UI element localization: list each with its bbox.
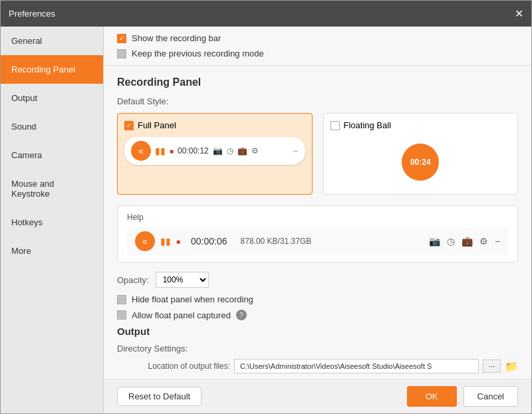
help-bar-icons: 📷 ◷ 💼 ⚙ − — [429, 236, 500, 247]
rewind-button[interactable]: « — [131, 141, 151, 161]
default-style-label: Default Style: — [117, 96, 518, 106]
full-panel-label: Full Panel — [138, 120, 176, 130]
sidebar-item-recording-panel[interactable]: Recording Panel — [1, 55, 103, 84]
opacity-label: Opacity: — [117, 275, 149, 285]
reset-to-default-button[interactable]: Reset to Default — [117, 387, 201, 406]
allow-float-captured-checkbox[interactable] — [117, 310, 126, 320]
title-bar: Preferences ✕ — [1, 1, 531, 27]
clock-icon[interactable]: ◷ — [227, 146, 233, 155]
help-rewind-button[interactable]: « — [135, 231, 155, 251]
opacity-row: Opacity: 100% 90% 80% 70% 60% 50% — [117, 272, 518, 288]
body: General Recording Panel Output Sound Cam… — [1, 27, 531, 413]
floating-ball-header: Floating Ball — [331, 120, 511, 130]
settings-icon[interactable]: ⚙ — [251, 146, 259, 155]
sidebar-item-hotkeys[interactable]: Hotkeys — [1, 208, 103, 237]
hide-float-panel-checkbox[interactable] — [117, 295, 126, 304]
full-panel-box[interactable]: Full Panel « ▮▮ ■ 00:00:12 📷 ◷ 💼 ⚙ — [117, 113, 313, 195]
keep-previous-mode-label: Keep the previous recording mode — [132, 49, 264, 58]
main-content: Show the recording bar Keep the previous… — [104, 27, 531, 413]
preferences-window: Preferences ✕ General Recording Panel Ou… — [0, 0, 532, 414]
output-files-browse-btn[interactable]: ··· — [483, 360, 501, 373]
output-files-folder-icon[interactable]: 📁 — [505, 360, 518, 373]
hide-float-panel-row: Hide float panel when recording — [117, 294, 518, 304]
output-files-row: Location of output files: ··· 📁 — [117, 359, 518, 373]
help-stop-icon[interactable]: ■ — [176, 238, 180, 245]
help-clock-icon[interactable]: ◷ — [447, 236, 455, 247]
help-bar-time: 00:00:06 — [191, 236, 227, 247]
full-panel-checkbox[interactable] — [124, 121, 134, 130]
floating-ball-preview: 00:24 — [331, 137, 511, 187]
sidebar: General Recording Panel Output Sound Cam… — [1, 27, 104, 413]
pause-icon[interactable]: ▮▮ — [155, 146, 166, 156]
recording-panel-title: Recording Panel — [117, 76, 518, 88]
stop-icon[interactable]: ■ — [170, 148, 174, 155]
floating-ball-box[interactable]: Floating Ball 00:24 — [323, 113, 519, 195]
sidebar-item-sound[interactable]: Sound — [1, 112, 103, 141]
footer-right: OK Cancel — [407, 386, 518, 407]
allow-float-captured-row: Allow float panel captured ? — [117, 310, 518, 320]
show-recording-bar-row: Show the recording bar — [117, 33, 518, 43]
keep-previous-mode-checkbox[interactable] — [117, 49, 126, 58]
hide-float-panel-label: Hide float panel when recording — [132, 294, 253, 304]
help-camera-icon[interactable]: 📷 — [429, 236, 440, 247]
camera-icon[interactable]: 📷 — [213, 146, 223, 155]
sidebar-item-camera[interactable]: Camera — [1, 141, 103, 169]
help-bar-container: Help « ▮▮ ■ 00:00:06 878.00 KB/31.37GB 📷… — [117, 205, 518, 262]
top-options: Show the recording bar Keep the previous… — [104, 27, 531, 66]
floating-ball-time: 00:24 — [402, 144, 439, 181]
help-settings-icon[interactable]: ⚙ — [479, 236, 488, 247]
sidebar-item-mouse-keystroke[interactable]: Mouse and Keystroke — [1, 169, 103, 208]
opacity-select[interactable]: 100% 90% 80% 70% 60% 50% — [156, 272, 209, 288]
close-button[interactable]: ✕ — [515, 7, 523, 20]
ok-button[interactable]: OK — [407, 386, 457, 407]
recording-panel-section: Recording Panel Default Style: Full Pane… — [117, 76, 518, 320]
recording-time: 00:00:12 — [178, 146, 209, 155]
footer: Reset to Default OK Cancel — [104, 379, 531, 413]
help-label: Help — [127, 213, 508, 222]
full-panel-preview: « ▮▮ ■ 00:00:12 📷 ◷ 💼 ⚙ − — [124, 137, 305, 165]
minimize-icon[interactable]: − — [293, 146, 298, 156]
keep-previous-mode-row: Keep the previous recording mode — [117, 49, 518, 58]
full-panel-header: Full Panel — [124, 120, 305, 130]
help-bar: « ▮▮ ■ 00:00:06 878.00 KB/31.37GB 📷 ◷ 💼 … — [127, 227, 508, 255]
help-bar-size: 878.00 KB/31.37GB — [241, 237, 312, 246]
dir-settings-label: Directory Settings: — [117, 344, 518, 354]
sidebar-item-more[interactable]: More — [1, 237, 103, 265]
output-section: Output Directory Settings: Location of o… — [117, 326, 518, 379]
content-area: Recording Panel Default Style: Full Pane… — [104, 66, 531, 379]
panel-styles: Full Panel « ▮▮ ■ 00:00:12 📷 ◷ 💼 ⚙ — [117, 113, 518, 195]
window-title: Preferences — [9, 9, 55, 19]
output-title: Output — [117, 326, 518, 337]
help-icon[interactable]: ? — [236, 310, 247, 320]
output-files-label: Location of output files: — [117, 362, 230, 371]
floating-ball-label: Floating Ball — [344, 120, 392, 130]
cancel-button[interactable]: Cancel — [464, 386, 518, 407]
sidebar-item-output[interactable]: Output — [1, 84, 103, 112]
floating-ball-checkbox[interactable] — [331, 121, 340, 130]
help-suitcase-icon[interactable]: 💼 — [462, 236, 473, 247]
show-recording-bar-checkbox[interactable] — [117, 34, 126, 43]
allow-float-captured-label: Allow float panel captured — [132, 310, 231, 320]
help-minimize-icon[interactable]: − — [495, 236, 500, 247]
suitcase-icon[interactable]: 💼 — [237, 146, 247, 155]
sidebar-item-general[interactable]: General — [1, 27, 103, 55]
output-files-input[interactable] — [234, 359, 479, 373]
show-recording-bar-label: Show the recording bar — [132, 33, 221, 43]
help-pause-icon[interactable]: ▮▮ — [160, 236, 171, 247]
